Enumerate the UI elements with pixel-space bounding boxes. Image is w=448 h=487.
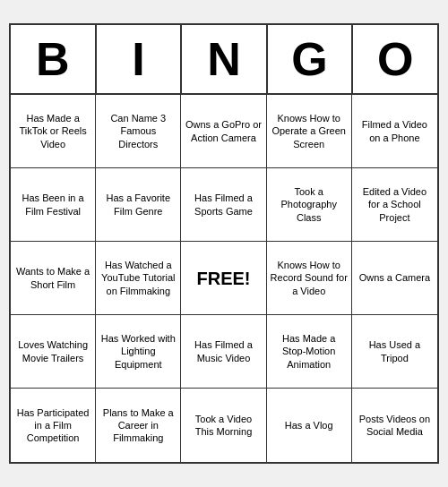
bingo-cell-14[interactable]: Owns a Camera <box>352 242 437 315</box>
bingo-cell-12[interactable]: FREE! <box>181 242 266 315</box>
bingo-header: BINGO <box>11 25 437 95</box>
bingo-card: BINGO Has Made a TikTok or Reels VideoCa… <box>9 23 439 464</box>
bingo-cell-17[interactable]: Has Filmed a Music Video <box>181 315 266 389</box>
bingo-cell-15[interactable]: Loves Watching Movie Trailers <box>11 315 96 389</box>
bingo-grid: Has Made a TikTok or Reels VideoCan Name… <box>11 95 437 462</box>
bingo-cell-13[interactable]: Knows How to Record Sound for a Video <box>267 242 352 315</box>
bingo-cell-23[interactable]: Has a Vlog <box>267 389 352 462</box>
bingo-cell-4[interactable]: Filmed a Video on a Phone <box>352 95 437 168</box>
bingo-cell-10[interactable]: Wants to Make a Short Film <box>11 242 96 315</box>
bingo-cell-7[interactable]: Has Filmed a Sports Game <box>181 168 266 242</box>
bingo-cell-16[interactable]: Has Worked with Lighting Equipment <box>96 315 181 389</box>
bingo-cell-0[interactable]: Has Made a TikTok or Reels Video <box>11 95 96 168</box>
bingo-letter-I: I <box>97 25 183 93</box>
bingo-cell-3[interactable]: Knows How to Operate a Green Screen <box>267 95 352 168</box>
bingo-cell-20[interactable]: Has Participated in a Film Competition <box>11 389 96 462</box>
bingo-cell-19[interactable]: Has Used a Tripod <box>352 315 437 389</box>
bingo-cell-9[interactable]: Edited a Video for a School Project <box>352 168 437 242</box>
bingo-letter-G: G <box>268 25 354 93</box>
bingo-cell-11[interactable]: Has Watched a YouTube Tutorial on Filmma… <box>96 242 181 315</box>
bingo-cell-6[interactable]: Has a Favorite Film Genre <box>96 168 181 242</box>
bingo-cell-21[interactable]: Plans to Make a Career in Filmmaking <box>96 389 181 462</box>
bingo-cell-2[interactable]: Owns a GoPro or Action Camera <box>181 95 266 168</box>
bingo-cell-5[interactable]: Has Been in a Film Festival <box>11 168 96 242</box>
bingo-letter-N: N <box>182 25 268 93</box>
bingo-cell-24[interactable]: Posts Videos on Social Media <box>352 389 437 462</box>
bingo-letter-B: B <box>11 25 97 93</box>
bingo-cell-1[interactable]: Can Name 3 Famous Directors <box>96 95 181 168</box>
bingo-cell-8[interactable]: Took a Photography Class <box>267 168 352 242</box>
bingo-cell-18[interactable]: Has Made a Stop-Motion Animation <box>267 315 352 389</box>
bingo-letter-O: O <box>353 25 437 93</box>
bingo-cell-22[interactable]: Took a Video This Morning <box>181 389 266 462</box>
